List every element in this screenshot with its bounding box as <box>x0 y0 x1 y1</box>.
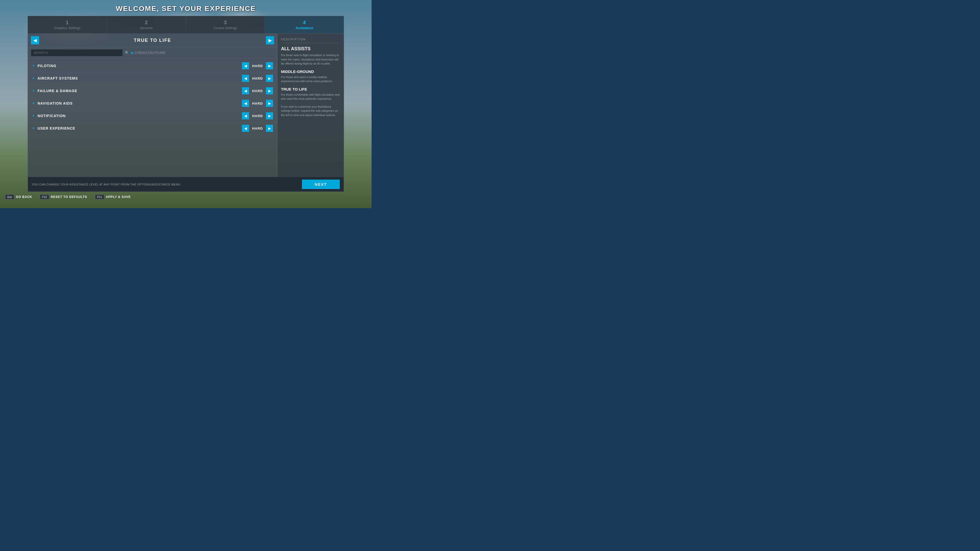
category-controls: ◀ HARD ▶ <box>242 75 273 82</box>
step-4-number: 4 <box>267 20 341 25</box>
category-prev-button[interactable]: ◀ <box>242 100 249 107</box>
category-value: HARD <box>251 64 264 68</box>
step-3[interactable]: 3 Control Settings <box>186 16 265 33</box>
f12-key: F12 <box>40 194 49 200</box>
right-panel: DESCRIPTION ALL ASSISTS For those new to… <box>277 34 344 177</box>
f11-key: F11 <box>95 194 104 200</box>
dialog-panel: 1 Graphics Settings 2 Services 3 Control… <box>27 16 344 192</box>
description-header: DESCRIPTION <box>281 38 340 43</box>
category-prev-button[interactable]: ◀ <box>242 112 249 119</box>
key-bind-esc: Esc GO BACK <box>5 194 32 200</box>
category-prev-button[interactable]: ◀ <box>242 87 249 94</box>
main-container: WELCOME, SET YOUR EXPERIENCE 1 Graphics … <box>0 0 372 208</box>
step-1-label: Graphics Settings <box>30 26 104 30</box>
category-controls: ◀ HARD ▶ <box>242 62 273 69</box>
key-bind-f11: F11 APPLY & SAVE <box>95 194 131 200</box>
bottom-info-text: YOU CAN CHANGE YOUR ASSISTANCE LEVEL AT … <box>32 183 302 186</box>
bottom-bar: YOU CAN CHANGE YOUR ASSISTANCE LEVEL AT … <box>28 177 344 192</box>
page-title: WELCOME, SET YOUR EXPERIENCE <box>116 5 256 13</box>
category-chevron-icon: ▼ <box>32 114 35 118</box>
results-arrow-icon: ▶ <box>131 51 134 55</box>
desc-title-all-assists: ALL ASSISTS <box>281 46 340 52</box>
left-panel: ◀ TRUE TO LIFE ▶ 🔍 ▶ 0 RESULT(S) FOUND ▼ <box>28 34 277 177</box>
desc-title-true-to-life: TRUE TO LIFE <box>281 87 340 91</box>
category-chevron-icon: ▼ <box>32 76 35 80</box>
category-chevron-icon: ▼ <box>32 64 35 68</box>
desc-section-all-assists: ALL ASSISTS For those new to flight simu… <box>281 46 340 66</box>
step-2-label: Services <box>110 26 183 30</box>
category-name: NAVIGATION AIDS <box>38 101 242 105</box>
category-controls: ◀ HARD ▶ <box>242 112 273 119</box>
desc-section-middle-ground: MIDDLE-GROUND For those who want a mostl… <box>281 69 340 83</box>
mode-title: TRUE TO LIFE <box>39 38 266 43</box>
desc-text-true-to-life: For those comfortable with flight simula… <box>281 93 340 101</box>
step-2-number: 2 <box>110 20 183 25</box>
step-2[interactable]: 2 Services <box>107 16 186 33</box>
category-prev-button[interactable]: ◀ <box>242 125 249 132</box>
category-next-button[interactable]: ▶ <box>266 112 273 119</box>
category-chevron-icon: ▼ <box>32 102 35 105</box>
steps-header: 1 Graphics Settings 2 Services 3 Control… <box>28 16 344 34</box>
category-value: HARD <box>251 76 264 80</box>
category-next-button[interactable]: ▶ <box>266 87 273 94</box>
category-value: HARD <box>251 89 264 93</box>
desc-text-middle-ground: For those who want a mostly-realistic ex… <box>281 75 340 83</box>
category-value: HARD <box>251 127 264 130</box>
results-text: ▶ 0 RESULT(S) FOUND <box>131 51 165 55</box>
category-chevron-icon: ▼ <box>32 89 35 93</box>
f12-label: RESET TO DEFAULTS <box>51 195 87 199</box>
step-4[interactable]: 4 Assistance <box>265 16 344 33</box>
step-3-number: 3 <box>189 20 262 25</box>
category-prev-button[interactable]: ◀ <box>242 62 249 69</box>
search-input[interactable] <box>31 49 123 56</box>
category-prev-button[interactable]: ◀ <box>242 75 249 82</box>
mode-next-button[interactable]: ▶ <box>266 36 274 44</box>
category-controls: ◀ HARD ▶ <box>242 100 273 107</box>
desc-text-all-assists: For those new to flight simulation or wa… <box>281 53 340 66</box>
category-chevron-icon: ▼ <box>32 127 35 130</box>
category-next-button[interactable]: ▶ <box>266 62 273 69</box>
desc-title-middle-ground: MIDDLE-GROUND <box>281 69 340 74</box>
category-row[interactable]: ▼ NOTIFICATION ◀ HARD ▶ <box>28 110 277 122</box>
desc-text-customize: If you wish to customize your Assistance… <box>281 105 340 118</box>
category-controls: ◀ HARD ▶ <box>242 87 273 94</box>
step-4-label: Assistance <box>267 26 341 30</box>
next-button[interactable]: NEXT <box>302 179 340 189</box>
step-1[interactable]: 1 Graphics Settings <box>28 16 107 33</box>
search-bar: 🔍 ▶ 0 RESULT(S) FOUND <box>28 47 277 59</box>
esc-key: Esc <box>5 194 14 200</box>
category-name: AIRCRAFT SYSTEMS <box>38 76 242 80</box>
category-row[interactable]: ▼ AIRCRAFT SYSTEMS ◀ HARD ▶ <box>28 72 277 85</box>
category-list: ▼ PILOTING ◀ HARD ▶ ▼ AIRCRAFT SYSTEMS ◀… <box>28 59 277 177</box>
category-name: PILOTING <box>38 64 242 68</box>
category-name: FAILURE & DAMAGE <box>38 89 242 93</box>
category-controls: ◀ HARD ▶ <box>242 125 273 132</box>
results-count: 0 RESULT(S) FOUND <box>135 51 165 55</box>
category-row[interactable]: ▼ NAVIGATION AIDS ◀ HARD ▶ <box>28 97 277 110</box>
category-value: HARD <box>251 102 264 105</box>
category-row[interactable]: ▼ PILOTING ◀ HARD ▶ <box>28 60 277 72</box>
category-name: NOTIFICATION <box>38 114 242 118</box>
category-next-button[interactable]: ▶ <box>266 125 273 132</box>
key-bind-f12: F12 RESET TO DEFAULTS <box>40 194 87 200</box>
category-next-button[interactable]: ▶ <box>266 75 273 82</box>
step-1-number: 1 <box>30 20 104 25</box>
footer: Esc GO BACK F12 RESET TO DEFAULTS F11 AP… <box>0 192 372 202</box>
step-3-label: Control Settings <box>189 26 262 30</box>
content-area: ◀ TRUE TO LIFE ▶ 🔍 ▶ 0 RESULT(S) FOUND ▼ <box>28 34 344 177</box>
mode-bar: ◀ TRUE TO LIFE ▶ <box>28 34 277 47</box>
category-value: HARD <box>251 114 264 118</box>
category-name: USER EXPERIENCE <box>38 126 242 130</box>
search-icon: 🔍 <box>125 51 129 55</box>
f11-label: APPLY & SAVE <box>106 195 131 199</box>
category-row[interactable]: ▼ USER EXPERIENCE ◀ HARD ▶ <box>28 122 277 135</box>
desc-section-true-to-life: TRUE TO LIFE For those comfortable with … <box>281 87 340 101</box>
mode-prev-button[interactable]: ◀ <box>31 36 39 44</box>
category-next-button[interactable]: ▶ <box>266 100 273 107</box>
esc-label: GO BACK <box>16 195 32 199</box>
category-row[interactable]: ▼ FAILURE & DAMAGE ◀ HARD ▶ <box>28 85 277 97</box>
